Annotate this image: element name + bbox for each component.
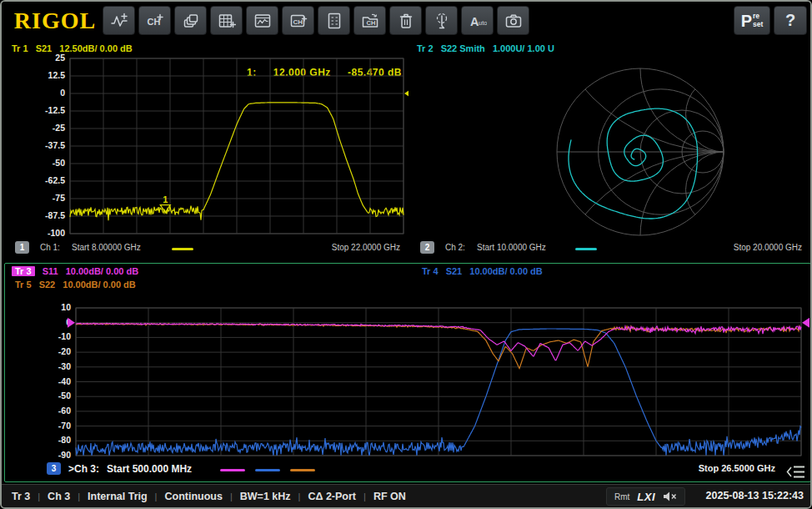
toolbar-folder-channel-button[interactable]: CH xyxy=(353,6,386,35)
tr4-swatch xyxy=(255,469,280,471)
menu-collapse-icon[interactable] xyxy=(786,465,806,479)
status-separator: | xyxy=(230,491,233,501)
ch1-label: Ch 1: xyxy=(40,243,60,252)
toolbar-table-add-button[interactable] xyxy=(210,6,243,35)
vna-screen: RIGOL CHCHCHAuto P reset ? Tr 1 S21 12.5… xyxy=(0,0,812,509)
toolbar-window-trace-button[interactable] xyxy=(246,6,278,35)
window-trace-icon xyxy=(253,12,272,30)
panel-ch3-trace[interactable]: Tr 3 S11 10.00dB/ 0.00 dB Tr 4 S21 10.00… xyxy=(4,263,811,482)
preset-button[interactable]: P reset xyxy=(734,6,770,35)
tr3-swatch xyxy=(220,469,245,471)
toolbar-channel-add-button[interactable]: CH xyxy=(138,6,171,35)
toolbar: RIGOL CHCHCHAuto P reset ? xyxy=(2,2,810,40)
svg-text:uto: uto xyxy=(479,19,487,27)
touch-icon xyxy=(433,12,451,30)
ch3-footer: 3 >Ch 3: Start 500.000 MHz Stop 26.5000 … xyxy=(5,461,810,476)
stack-icon xyxy=(182,12,200,30)
panel-ch1-trace[interactable]: Tr 1 S21 12.50dB/ 0.00 dB 1: 12.000 GHz … xyxy=(3,40,409,263)
toolbar-camera-button[interactable] xyxy=(497,6,529,35)
ch2-stop: Stop 20.0000 GHz xyxy=(702,243,802,252)
status-separator: | xyxy=(78,491,80,501)
status-separator: | xyxy=(298,491,301,501)
toolbar-buttons: CHCHCHAuto xyxy=(103,6,529,35)
help-button[interactable]: ? xyxy=(774,6,807,35)
smith-trace xyxy=(569,108,698,219)
toolbar-file-tasks-button[interactable] xyxy=(318,6,350,35)
help-icon: ? xyxy=(785,11,795,30)
svg-text:CH: CH xyxy=(293,18,303,25)
ch2-label: Ch 2: xyxy=(445,243,465,252)
status-separator: | xyxy=(38,491,40,501)
ref-level-arrow xyxy=(68,318,75,328)
auto-icon: Auto xyxy=(469,12,487,30)
svg-text:CH: CH xyxy=(147,16,160,26)
status-bar: Tr 3|Ch 3|Internal Trig|Continuous|BW=1 … xyxy=(2,484,810,507)
svg-text:CH: CH xyxy=(366,19,375,27)
ch2-trace-swatch xyxy=(575,248,597,250)
ch2-footer: 2 Ch 2: Start 10.0000 GHz Stop 20.0000 G… xyxy=(409,241,812,256)
status-separator: | xyxy=(363,491,366,501)
status-indicators: Rmt LXI xyxy=(606,487,685,506)
trace-add-icon xyxy=(110,12,128,30)
toolbar-touch-button[interactable] xyxy=(425,6,458,35)
status-items: Tr 3|Ch 3|Internal Trig|Continuous|BW=1 … xyxy=(2,491,406,502)
toolbar-window-channel-add-button[interactable]: CH xyxy=(282,6,314,35)
lxi-indicator: LXI xyxy=(637,491,655,503)
svg-text:1: 1 xyxy=(163,194,168,204)
ref-level-arrow xyxy=(802,318,809,328)
toolbar-trash-button[interactable] xyxy=(389,6,422,35)
panel-ch2-smith[interactable]: Tr 2 S22 Smith 1.000U/ 1.00 U 2 Ch 2: St… xyxy=(409,40,812,263)
file-tasks-icon xyxy=(325,12,343,30)
remote-indicator: Rmt xyxy=(614,492,629,501)
ch3-label: >Ch 3: xyxy=(68,463,99,475)
preset-label-big: P xyxy=(741,13,752,29)
table-add-icon xyxy=(218,12,236,30)
window-channel-add-icon: CH xyxy=(289,12,308,30)
ch1-stop: Stop 22.0000 GHz xyxy=(300,243,400,252)
status-separator: | xyxy=(155,491,158,501)
smith-chart xyxy=(409,40,812,263)
status-item: CΔ 2-Port xyxy=(308,491,356,502)
status-item: RF ON xyxy=(373,491,406,502)
ch3-start: Start 500.000 MHz xyxy=(107,463,192,475)
tr5-swatch xyxy=(290,469,315,471)
trash-icon xyxy=(397,12,415,30)
ch1-footer: 1 Ch 1: Start 8.00000 GHz Stop 22.0000 G… xyxy=(3,241,409,256)
ch1-start: Start 8.00000 GHz xyxy=(72,243,141,252)
status-item: Internal Trig xyxy=(88,491,148,502)
folder-channel-icon: CH xyxy=(361,12,379,30)
rigol-logo: RIGOL xyxy=(8,7,102,35)
ch3-badge[interactable]: 3 xyxy=(47,462,61,475)
speaker-mute-icon xyxy=(663,491,677,502)
channel-add-icon: CH xyxy=(146,12,164,30)
status-item: Continuous xyxy=(164,491,222,502)
camera-icon xyxy=(504,12,523,30)
ch1-trace-swatch xyxy=(172,248,193,250)
ch2-start: Start 10.0000 GHz xyxy=(477,243,546,252)
ch1-plot: 1 xyxy=(3,40,409,263)
status-item: Tr 3 xyxy=(12,491,30,502)
status-item: Ch 3 xyxy=(48,491,70,502)
status-item: BW=1 kHz xyxy=(240,491,291,502)
ch1-badge[interactable]: 1 xyxy=(15,241,29,254)
toolbar-auto-button[interactable]: Auto xyxy=(461,6,494,35)
toolbar-trace-add-button[interactable] xyxy=(103,6,135,35)
preset-label-small: reset xyxy=(753,13,763,28)
ch3-plot xyxy=(5,264,812,483)
ch2-badge[interactable]: 2 xyxy=(420,241,434,254)
toolbar-stack-button[interactable] xyxy=(174,6,207,35)
ch3-stop: Stop 26.5000 GHz xyxy=(659,463,775,473)
datetime: 2025-08-13 15:22:43 xyxy=(706,490,804,501)
